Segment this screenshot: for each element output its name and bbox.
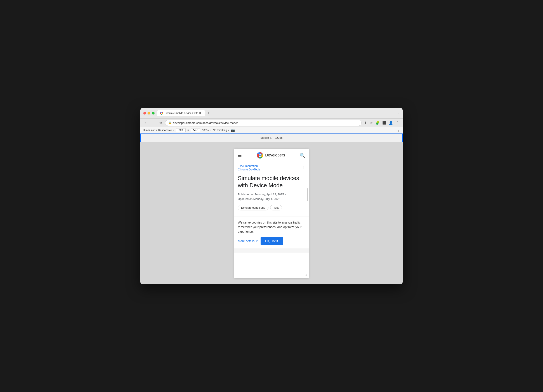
browser-toolbar-icons: ⬆ ☆ 🧩 ⬛ 👤 ⋮: [364, 120, 400, 125]
breadcrumb-link[interactable]: Documentation: [239, 164, 258, 168]
tag-emulate-conditions[interactable]: Emulate conditions: [238, 205, 268, 210]
external-link-icon: ↗: [255, 239, 258, 243]
article-content: Simulate mobile devices with Device Mode…: [234, 172, 309, 217]
close-button[interactable]: [143, 112, 146, 114]
tab-bar: Simulate mobile devices with D... × + ⌄: [157, 110, 400, 116]
cookie-actions: More details ↗ Ok, Got it.: [238, 237, 305, 245]
cookie-banner: We serve cookies on this site to analyze…: [234, 217, 309, 248]
more-icon[interactable]: ⋮: [395, 120, 400, 125]
published-date: Published on Monday, April 13, 2015 •: [238, 193, 286, 196]
bookmark-icon[interactable]: ☆: [369, 120, 373, 125]
site-header: ☰ Developers 🔍: [234, 149, 309, 162]
share-icon[interactable]: ⬆: [364, 120, 368, 125]
site-logo: Developers: [256, 152, 285, 159]
back-button[interactable]: ←: [143, 120, 149, 125]
account-icon[interactable]: ⬛: [382, 121, 386, 125]
main-content: ☰ Developers 🔍: [140, 142, 403, 284]
zoom-arrow: ▼: [209, 129, 211, 131]
device-frame: ☰ Developers 🔍: [234, 149, 309, 278]
new-tab-button[interactable]: +: [206, 110, 211, 116]
maximize-button[interactable]: [152, 112, 155, 114]
breadcrumb-row: Documentation › Chrome DevTools ⇧: [234, 162, 309, 172]
throttle-arrow: ▼: [227, 129, 229, 131]
more-details-label: More details: [238, 239, 255, 243]
dimensions-arrow: ▼: [172, 129, 174, 131]
site-logo-text: Developers: [265, 153, 285, 157]
hamburger-menu-icon[interactable]: ☰: [238, 153, 242, 158]
article-title: Simulate mobile devices with Device Mode: [238, 175, 305, 190]
zoom-label: 100%: [202, 129, 209, 132]
responsive-label: Mobile S – 320px: [260, 136, 283, 140]
responsive-bar-inner: Mobile S – 320px: [141, 134, 402, 142]
svg-point-12: [259, 155, 261, 156]
tab-favicon: [160, 112, 163, 115]
browser-window: Simulate mobile devices with D... × + ⌄ …: [140, 108, 403, 284]
drag-lines: [268, 250, 275, 251]
address-bar: ← → ↻ 🔒 developer.chrome.com/docs/devtoo…: [140, 119, 403, 127]
resize-handle[interactable]: ⌟: [305, 273, 307, 276]
url-text: developer.chrome.com/docs/devtools/devic…: [173, 121, 358, 124]
cookie-text: We serve cookies on this site to analyze…: [238, 220, 305, 234]
camera-icon[interactable]: 📷: [231, 129, 235, 132]
breadcrumb-current[interactable]: Chrome DevTools: [238, 168, 260, 171]
active-tab[interactable]: Simulate mobile devices with D... ×: [157, 110, 205, 116]
times-symbol: ×: [187, 129, 189, 132]
reload-button[interactable]: ↻: [158, 120, 163, 125]
throttle-dropdown[interactable]: No throttling ▼: [213, 129, 230, 132]
zoom-dropdown[interactable]: 100% ▼: [202, 129, 211, 132]
share-icon[interactable]: ⇧: [302, 165, 305, 170]
devtools-toolbar: Dimensions: Responsive ▼ × 100% ▼ No thr…: [140, 127, 403, 134]
devtools-more-icon[interactable]: ⋮: [396, 128, 400, 132]
article-meta: Published on Monday, April 13, 2015 • Up…: [238, 192, 305, 202]
address-input[interactable]: 🔒 developer.chrome.com/docs/devtools/dev…: [165, 120, 362, 126]
more-details-link[interactable]: More details ↗: [238, 239, 258, 243]
ok-button[interactable]: Ok, Got it.: [260, 237, 283, 245]
minimize-button[interactable]: [147, 112, 150, 114]
responsive-bar: Mobile S – 320px: [140, 134, 403, 142]
search-icon[interactable]: 🔍: [300, 153, 305, 158]
traffic-lights: [143, 112, 155, 114]
extension-icon[interactable]: 🧩: [375, 120, 380, 125]
breadcrumb: Documentation › Chrome DevTools: [238, 164, 260, 171]
tab-title: Simulate mobile devices with D...: [165, 112, 203, 115]
tag-test[interactable]: Test: [270, 205, 282, 210]
drag-handle[interactable]: [234, 248, 309, 252]
responsive-section: Mobile S – 320px M L: [140, 134, 403, 142]
tab-menu-button[interactable]: ⌄: [397, 112, 400, 115]
title-bar: Simulate mobile devices with D... × + ⌄: [140, 108, 403, 119]
updated-date: Updated on Monday, July 4, 2022: [238, 197, 280, 201]
chrome-logo-icon: [256, 152, 263, 159]
width-input[interactable]: [176, 128, 186, 132]
drag-line-1: [268, 250, 275, 250]
profile-icon[interactable]: 👤: [388, 120, 393, 125]
throttle-label: No throttling: [213, 129, 227, 132]
height-input[interactable]: [191, 128, 200, 132]
breadcrumb-arrow: ›: [259, 164, 260, 167]
dimensions-dropdown[interactable]: Dimensions: Responsive ▼: [143, 129, 174, 132]
article-tags: Emulate conditions Test: [238, 205, 305, 210]
device-scrollbar[interactable]: [307, 188, 308, 201]
lock-icon: 🔒: [168, 121, 172, 124]
forward-button[interactable]: →: [151, 120, 156, 125]
dimensions-label: Dimensions: Responsive: [143, 129, 172, 132]
drag-line-2: [268, 251, 275, 251]
